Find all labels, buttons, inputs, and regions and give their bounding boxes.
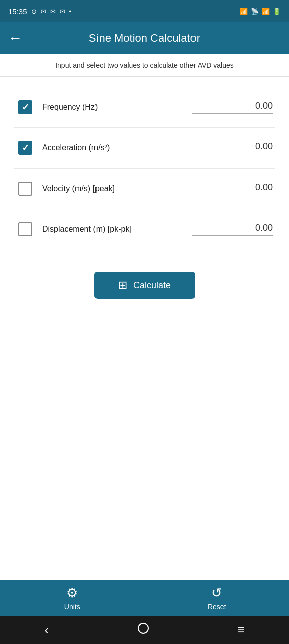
subtitle-bar: Input and select two values to calculate… bbox=[0, 54, 289, 77]
acceleration-checkbox[interactable] bbox=[16, 139, 34, 157]
subtitle-text: Input and select two values to calculate… bbox=[55, 61, 234, 69]
nav-home-button[interactable] bbox=[126, 619, 161, 641]
frequency-checkbox[interactable] bbox=[16, 98, 34, 116]
units-icon: ⚙ bbox=[66, 585, 78, 601]
status-dot: • bbox=[69, 8, 72, 15]
velocity-checkbox[interactable] bbox=[16, 180, 34, 198]
status-bar: 15:35 ⊙ ✉ ✉ ✉ • 📶 📡 📶 🔋 bbox=[0, 0, 289, 22]
velocity-row: Velocity (m/s) [peak] bbox=[6, 169, 283, 209]
velocity-checkbox-box bbox=[18, 182, 32, 196]
units-toolbar-item[interactable]: ⚙ Units bbox=[0, 585, 145, 611]
status-icon-mail2: ✉ bbox=[50, 8, 56, 15]
frequency-label: Frequency (Hz) bbox=[42, 103, 184, 112]
reset-label: Reset bbox=[208, 603, 226, 611]
frequency-input[interactable] bbox=[192, 101, 273, 114]
main-content: Frequency (Hz) Acceleration (m/s²) Veloc… bbox=[0, 77, 289, 580]
nav-bar: ‹ ≡ bbox=[0, 616, 289, 644]
frequency-checkbox-box bbox=[18, 100, 32, 114]
app-title: Sine Motion Calculator bbox=[32, 32, 257, 45]
status-signal-icon: 📶 bbox=[240, 8, 248, 15]
status-network-icon: 📶 bbox=[262, 8, 270, 15]
status-wifi-icon: 📡 bbox=[251, 8, 259, 15]
velocity-input[interactable] bbox=[192, 182, 273, 195]
status-icon-alarm: ⊙ bbox=[31, 8, 37, 15]
nav-back-button[interactable]: ‹ bbox=[32, 618, 61, 642]
displacement-checkbox-box bbox=[18, 222, 32, 236]
frequency-row: Frequency (Hz) bbox=[6, 87, 283, 127]
displacement-row: Displacement (m) [pk-pk] bbox=[6, 209, 283, 250]
reset-toolbar-item[interactable]: ↺ Reset bbox=[145, 585, 290, 611]
frequency-value-container bbox=[192, 101, 273, 114]
calculate-label: Calculate bbox=[133, 280, 171, 291]
displacement-label: Displacement (m) [pk-pk] bbox=[42, 225, 184, 234]
acceleration-checkbox-box bbox=[18, 141, 32, 155]
calculator-card: Frequency (Hz) Acceleration (m/s²) Veloc… bbox=[6, 83, 283, 254]
nav-menu-button[interactable]: ≡ bbox=[226, 619, 257, 641]
displacement-checkbox[interactable] bbox=[16, 220, 34, 238]
nav-home-circle bbox=[138, 623, 149, 634]
velocity-value-container bbox=[192, 182, 273, 195]
calculate-icon: ⊞ bbox=[118, 279, 127, 292]
status-time: 15:35 bbox=[8, 7, 27, 16]
units-label: Units bbox=[64, 603, 80, 611]
displacement-input[interactable] bbox=[192, 223, 273, 236]
displacement-value-container bbox=[192, 223, 273, 236]
acceleration-row: Acceleration (m/s²) bbox=[6, 128, 283, 168]
bottom-toolbar: ⚙ Units ↺ Reset bbox=[0, 580, 289, 616]
velocity-label: Velocity (m/s) [peak] bbox=[42, 184, 184, 193]
status-icon-mail1: ✉ bbox=[41, 8, 46, 15]
status-icon-mail3: ✉ bbox=[60, 8, 65, 15]
calculate-button[interactable]: ⊞ Calculate bbox=[94, 272, 195, 299]
status-battery-icon: 🔋 bbox=[273, 8, 281, 15]
back-button[interactable]: ← bbox=[8, 30, 22, 46]
acceleration-label: Acceleration (m/s²) bbox=[42, 143, 184, 152]
app-bar: ← Sine Motion Calculator bbox=[0, 22, 289, 54]
reset-icon: ↺ bbox=[211, 585, 222, 601]
acceleration-input[interactable] bbox=[192, 141, 273, 154]
acceleration-value-container bbox=[192, 141, 273, 154]
calculate-button-container: ⊞ Calculate bbox=[0, 260, 289, 311]
